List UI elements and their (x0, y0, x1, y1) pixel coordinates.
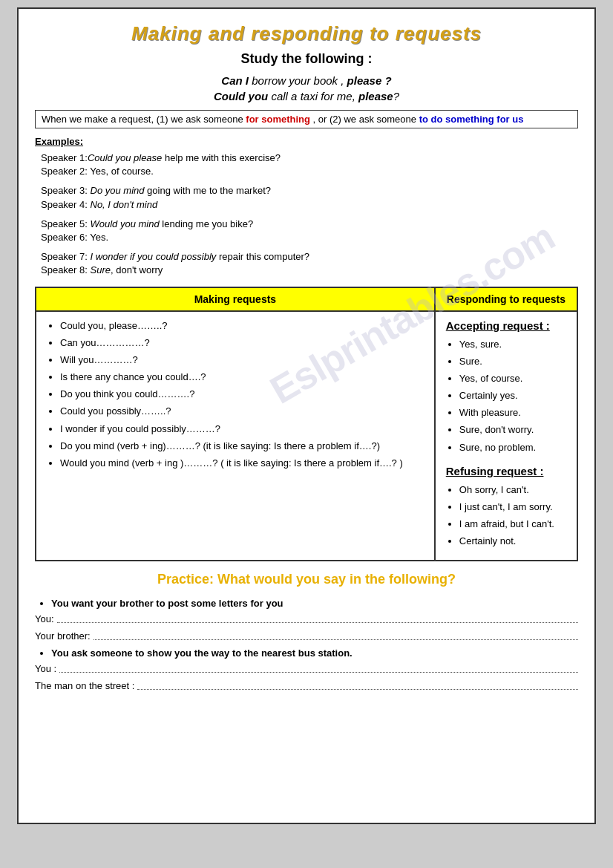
example-3-line1: Speaker 5: Would you mind lending me you… (41, 218, 578, 231)
man-response-line: The man on the street : (35, 680, 578, 691)
dots-1 (57, 622, 578, 623)
accepting-title: Accepting request : (446, 319, 566, 332)
example-sentences: Can I borrow your book , please ? Could … (35, 74, 578, 102)
practice-item-1: You want your brother to post some lette… (51, 598, 578, 609)
list-item: Will you…………? (60, 353, 424, 367)
list-item: Certainly yes. (459, 389, 566, 402)
you-response-line-2: You : (35, 663, 578, 674)
examples-label: Examples: (35, 136, 578, 147)
example-4-italic2: Sure (91, 264, 111, 275)
example-pair-1: Speaker 1:Could you please help me with … (41, 151, 578, 178)
list-item: Would you mind (verb + ing )………? ( it is… (60, 457, 424, 470)
list-item: I wonder if you could possibly………? (60, 422, 424, 436)
brother-label: Your brother: (35, 630, 91, 642)
list-item: I just can't, I am sorry. (459, 500, 566, 514)
please-italic-bold: please (358, 90, 393, 102)
making-requests-cell: Could you, please……..? Can you……………? Wil… (36, 311, 435, 561)
example-3-italic: Would you mind (91, 218, 160, 229)
study-title: Study the following : (35, 51, 578, 67)
list-item: Do you think you could……….? (60, 388, 424, 401)
requests-table: Making requests Responding to requests C… (35, 287, 578, 561)
page: Eslprintables.com Making and responding … (17, 7, 596, 824)
list-item: Sure, don't worry. (459, 423, 566, 437)
info-box: When we make a request, (1) we ask someo… (35, 110, 578, 128)
example-2-italic: Do you mind (91, 185, 145, 196)
example-4-italic: I wonder if you could possibly (91, 251, 217, 262)
list-item: Do you mind (verb + ing)………? (it is like… (60, 440, 424, 453)
refusing-title: Refusing request : (446, 465, 566, 477)
list-item: Certainly not. (459, 535, 566, 548)
practice-list-1: You want your brother to post some lette… (35, 598, 578, 609)
example-1-line1: Speaker 1:Could you please help me with … (41, 151, 578, 165)
example-2-italic2: No, I don't mind (91, 199, 158, 210)
list-item: Could you possibly……..? (60, 405, 424, 418)
example-pair-3: Speaker 5: Would you mind lending me you… (41, 218, 578, 244)
example-3-line2: Speaker 6: Yes. (41, 231, 578, 244)
example-1-line2: Speaker 2: Yes, of course. (41, 165, 578, 178)
list-item: Is there any chance you could….? (60, 371, 424, 384)
list-item: With pleasure. (459, 406, 566, 420)
col1-header: Making requests (36, 287, 435, 311)
please-bold-1: please ? (347, 74, 392, 87)
dots-3 (59, 672, 578, 673)
example-sentence-1: Can I borrow your book , please ? (35, 74, 578, 87)
making-requests-list: Could you, please……..? Can you……………? Wil… (47, 319, 424, 471)
example-1-italic: Could you please (88, 152, 162, 163)
list-item: Yes, sure. (459, 338, 566, 351)
you-label-2: You : (35, 663, 56, 674)
responding-requests-cell: Accepting request : Yes, sure. Sure. Yes… (435, 311, 577, 561)
example-4-line2: Speaker 8: Sure, don't worry (41, 264, 578, 277)
col2-header: Responding to requests (435, 287, 577, 311)
practice-item-2: You ask someone to show you the way to t… (51, 647, 578, 659)
example-sentence-2: Could you call a taxi for me, please? (35, 90, 578, 102)
example-pair-4: Speaker 7: I wonder if you could possibl… (41, 250, 578, 277)
practice-section: You want your brother to post some lette… (35, 598, 578, 691)
dots-2 (94, 639, 578, 640)
man-label: The man on the street : (35, 680, 134, 691)
could-you-bold: Could you (214, 90, 268, 102)
list-item: Sure, no problem. (459, 441, 566, 454)
example-2-line2: Speaker 4: No, I don't mind (41, 198, 578, 212)
example-pair-2: Speaker 3: Do you mind going with me to … (41, 184, 578, 211)
you-response-line-1: You: (35, 613, 578, 624)
list-item: Sure. (459, 355, 566, 368)
list-item: Oh sorry, I can't. (459, 483, 566, 497)
list-item: Yes, of course. (459, 372, 566, 385)
can-i-bold: Can I (221, 74, 249, 87)
main-title: Making and responding to requests (35, 22, 578, 45)
list-item: I am afraid, but I can't. (459, 518, 566, 531)
refusing-list: Oh sorry, I can't. I just can't, I am so… (446, 483, 566, 549)
info-blue-text: to do something for us (419, 114, 524, 125)
info-red-text: for something (246, 114, 310, 125)
practice-title: Practice: What would you say in the foll… (35, 572, 578, 587)
list-item: Can you……………? (60, 336, 424, 350)
dots-4 (137, 689, 578, 690)
accepting-list: Yes, sure. Sure. Yes, of course. Certain… (446, 338, 566, 454)
you-label-1: You: (35, 613, 54, 624)
practice-list-2: You ask someone to show you the way to t… (35, 647, 578, 659)
examples-section: Examples: Speaker 1:Could you please hel… (35, 136, 578, 278)
example-4-line1: Speaker 7: I wonder if you could possibl… (41, 250, 578, 264)
list-item: Could you, please……..? (60, 319, 424, 333)
example-2-line1: Speaker 3: Do you mind going with me to … (41, 184, 578, 198)
brother-response-line: Your brother: (35, 630, 578, 642)
